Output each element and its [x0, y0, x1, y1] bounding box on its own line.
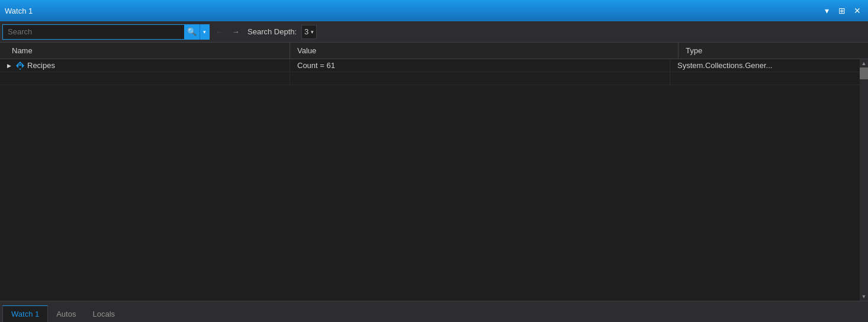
empty-value-cell [290, 72, 670, 85]
main-content: 🔍 ▾ ← → Search Depth: 3 ▾ Name Value Typ… [0, 21, 868, 322]
scrollbar-down-button[interactable]: ▼ [860, 292, 868, 301]
search-depth-label: Search Depth: [247, 27, 297, 36]
search-input[interactable] [3, 25, 184, 39]
tab-locals[interactable]: Locals [84, 305, 123, 322]
empty-name-cell[interactable] [0, 72, 290, 85]
toolbar: 🔍 ▾ ← → Search Depth: 3 ▾ [0, 21, 868, 43]
nav-back-button[interactable]: ← [212, 25, 226, 39]
row-value-text: Count = 61 [297, 61, 335, 70]
empty-edit-row[interactable] [0, 72, 860, 85]
search-depth-select[interactable]: 3 ▾ [301, 25, 317, 39]
table-header: Name Value Type [0, 43, 868, 59]
scrollbar-up-button[interactable]: ▲ [860, 59, 868, 67]
search-icon-button[interactable]: 🔍 [184, 24, 200, 40]
title-bar-controls: ▾ ⊞ ✕ [821, 5, 863, 17]
tab-watch1[interactable]: Watch 1 [2, 305, 48, 322]
row-type-text: System.Collections.Gener... [677, 61, 772, 70]
scrollbar-thumb[interactable] [860, 67, 868, 79]
svg-rect-1 [18, 66, 22, 69]
table-with-scroll: ▶ Recipes [0, 59, 868, 301]
search-depth-value: 3 [304, 27, 308, 36]
column-header-value: Value [290, 43, 679, 59]
nav-forward-button[interactable]: → [229, 25, 243, 39]
row-name-cell: ▶ Recipes [0, 59, 290, 72]
title-bar-text: Watch 1 [5, 7, 821, 15]
row-value-cell: Count = 61 [290, 59, 670, 72]
search-box: 🔍 ▾ [2, 24, 210, 40]
dropdown-button[interactable]: ▾ [821, 5, 832, 17]
search-dropdown-button[interactable]: ▾ [200, 24, 209, 40]
table-inner: ▶ Recipes [0, 59, 860, 301]
expand-button[interactable]: ▶ [5, 62, 13, 70]
row-name-text: Recipes [27, 61, 55, 70]
column-header-type: Type [679, 43, 868, 59]
tab-autos[interactable]: Autos [48, 305, 84, 322]
empty-type-cell [670, 72, 860, 85]
table-row[interactable]: ▶ Recipes [0, 59, 860, 72]
content-area: Name Value Type ▶ [0, 43, 868, 301]
close-button[interactable]: ✕ [851, 5, 863, 17]
pin-button[interactable]: ⊞ [836, 5, 848, 17]
vertical-scrollbar[interactable]: ▲ ▼ [860, 59, 868, 301]
column-header-name: Name [0, 43, 290, 59]
depth-dropdown-icon: ▾ [311, 29, 314, 35]
variable-icon [15, 61, 25, 70]
row-type-cell: System.Collections.Gener... [670, 59, 860, 72]
bottom-tabs: Watch 1 Autos Locals [0, 301, 868, 322]
title-bar: Watch 1 ▾ ⊞ ✕ [0, 0, 868, 21]
